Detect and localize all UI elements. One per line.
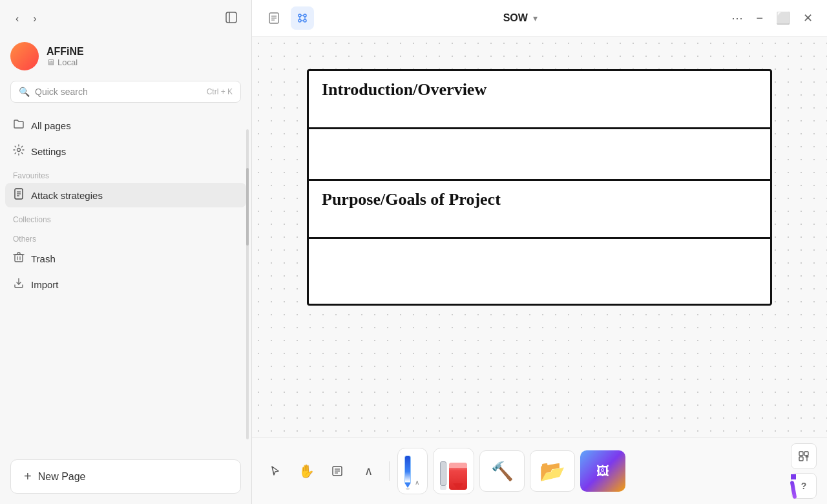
search-icon: 🔍 <box>19 87 30 97</box>
eraser-tool[interactable] <box>440 461 446 490</box>
monitor-icon: 🖥 <box>47 58 55 67</box>
sidebar-item-all-pages[interactable]: All pages <box>5 113 246 138</box>
sidebar-content: All pages Settings Favourites <box>0 113 251 504</box>
folder-open-icon: 📂 <box>539 459 565 483</box>
sidebar-header: ‹ › <box>0 0 251 37</box>
minimize-button[interactable]: − <box>752 8 767 29</box>
sidebar-item-trash-label: Trash <box>31 253 56 264</box>
title-bar: SOW ▾ ⋯ − ⬜ ✕ <box>252 0 827 37</box>
title-bar-right: ⋯ − ⬜ ✕ <box>728 7 817 29</box>
scrollbar-thumb[interactable] <box>246 168 249 246</box>
others-nav: Trash Import <box>0 246 251 297</box>
others-section-label: Others <box>0 227 251 246</box>
maximize-button[interactable]: ⬜ <box>772 7 794 29</box>
search-label: Quick search <box>35 87 202 97</box>
folder-tool-item[interactable]: 📂 <box>530 450 575 492</box>
sketch-text-1: Introduction/Overview <box>322 80 487 99</box>
document-view-button[interactable] <box>262 6 286 30</box>
whiteboard-view-button[interactable] <box>291 6 314 30</box>
svg-rect-28 <box>799 452 803 456</box>
image-icon: 🖼 <box>596 464 609 479</box>
canvas-area[interactable]: Introduction/Overview Purpose/Goals of P… <box>252 37 827 437</box>
workspace-info: AFFiNE 🖥 Local <box>0 37 251 81</box>
minimize-icon: − <box>756 12 763 25</box>
select-tool-button[interactable] <box>262 458 288 484</box>
document-icon <box>13 188 25 202</box>
doc-title-chevron-button[interactable]: ▾ <box>532 12 539 25</box>
blue-pen-tool[interactable] <box>404 456 411 490</box>
workspace-text: AFFiNE 🖥 Local <box>47 46 84 67</box>
whiteboard-content: Introduction/Overview Purpose/Goals of P… <box>271 69 808 306</box>
scrollbar-track <box>246 129 249 439</box>
sidebar-item-import-label: Import <box>31 279 59 290</box>
hand-tool-button[interactable]: ✋ <box>293 458 319 484</box>
plus-icon: + <box>24 469 32 484</box>
folder-icon <box>13 118 25 132</box>
maximize-icon: ⬜ <box>776 11 790 25</box>
sidebar-item-attack-strategies-label: Attack strategies <box>31 190 103 201</box>
hammer-tool-item[interactable]: 🔨 <box>479 450 525 492</box>
favourites-section-label: Favourites <box>0 163 251 183</box>
note-tool-button[interactable] <box>324 458 350 484</box>
svg-point-2 <box>17 149 21 152</box>
hammer-icon: 🔨 <box>491 461 514 482</box>
search-shortcut: Ctrl + K <box>207 87 233 96</box>
svg-rect-7 <box>15 255 23 262</box>
back-button[interactable]: ‹ <box>10 9 24 28</box>
doc-title: SOW <box>503 12 528 24</box>
svg-rect-30 <box>799 457 803 461</box>
title-bar-left <box>262 6 314 30</box>
close-button[interactable]: ✕ <box>799 7 817 29</box>
title-bar-center: SOW ▾ <box>503 12 539 25</box>
main-area: SOW ▾ ⋯ − ⬜ ✕ Introduction/Overview <box>252 0 827 504</box>
marker-tools-group <box>433 448 474 494</box>
sidebar-item-trash[interactable]: Trash <box>5 246 246 271</box>
gear-icon <box>13 144 25 158</box>
workspace-name: AFFiNE <box>47 46 84 58</box>
new-page-label: New Page <box>38 471 86 483</box>
favourites-nav: Attack strategies <box>0 183 251 207</box>
sidebar-nav: All pages Settings <box>0 113 251 163</box>
workspace-avatar <box>10 42 39 70</box>
forward-button[interactable]: › <box>28 9 41 28</box>
svg-rect-0 <box>226 12 236 23</box>
grid-view-button[interactable] <box>791 443 817 469</box>
sidebar: ‹ › AFFiNE 🖥 Local 🔍 Quick search Ctrl +… <box>0 0 252 504</box>
purple-brush-decoration <box>791 474 796 499</box>
search-bar[interactable]: 🔍 Quick search Ctrl + K <box>10 81 241 103</box>
workspace-location: 🖥 Local <box>47 58 84 67</box>
bottom-toolbar: ✋ ∧ ∧ <box>252 437 827 504</box>
collections-section-label: Collections <box>0 207 251 227</box>
sidebar-item-settings-label: Settings <box>31 146 66 157</box>
sidebar-item-import[interactable]: Import <box>5 272 246 297</box>
sketch-row-2 <box>309 129 770 181</box>
toolbar-divider-1 <box>389 461 390 481</box>
sketch-row-4 <box>309 239 770 304</box>
more-icon: ⋯ <box>731 11 743 25</box>
sidebar-item-attack-strategies[interactable]: Attack strategies <box>5 183 246 207</box>
image-preview-item[interactable]: 🖼 <box>580 450 625 492</box>
svg-point-19 <box>304 19 306 22</box>
sketch-frame: Introduction/Overview Purpose/Goals of P… <box>307 69 772 306</box>
svg-point-16 <box>298 14 301 17</box>
nav-buttons: ‹ › <box>10 9 42 28</box>
import-icon <box>13 277 25 291</box>
sketch-row-1: Introduction/Overview <box>309 71 770 129</box>
more-options-button[interactable]: ⋯ <box>728 7 747 29</box>
pen-expand-button[interactable]: ∧ <box>414 478 421 487</box>
new-page-button[interactable]: + New Page <box>10 459 241 494</box>
expand-tool-button[interactable]: ∧ <box>355 458 381 484</box>
svg-rect-29 <box>804 452 808 456</box>
svg-point-18 <box>298 19 301 22</box>
sidebar-item-all-pages-label: All pages <box>31 120 71 131</box>
pen-tools-group: ∧ <box>397 448 428 494</box>
sidebar-toggle-button[interactable] <box>222 8 241 29</box>
sketch-text-3: Purpose/Goals of Project <box>322 190 501 209</box>
question-mark-icon: ? <box>801 481 807 491</box>
sketch-row-3: Purpose/Goals of Project <box>309 181 770 239</box>
red-marker-tool[interactable] <box>449 463 467 490</box>
close-icon: ✕ <box>803 11 813 25</box>
trash-icon <box>13 251 25 266</box>
workspace-type: Local <box>58 58 78 67</box>
sidebar-item-settings[interactable]: Settings <box>5 139 246 163</box>
